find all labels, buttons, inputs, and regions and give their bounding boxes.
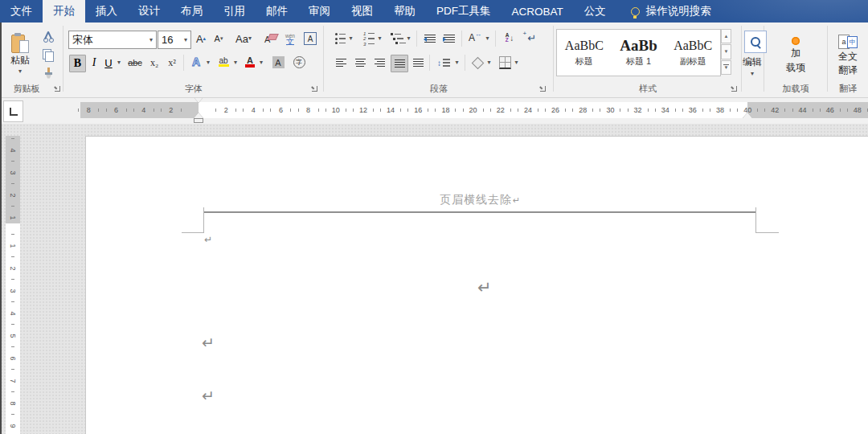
superscript-icon: x² <box>168 57 176 69</box>
underline-button[interactable]: U <box>102 55 115 71</box>
styles-dialog-launcher-icon[interactable] <box>730 84 738 92</box>
font-color-dropdown[interactable]: ▾ <box>257 55 265 71</box>
styles-scroll-up-button[interactable]: ▲ <box>721 29 731 43</box>
shading-dropdown[interactable]: ▾ <box>485 55 493 71</box>
editing-dropdown-arrow[interactable]: ▾ <box>742 71 763 77</box>
text-highlight-dropdown[interactable]: ▾ <box>231 55 240 71</box>
document-page[interactable]: 页眉横线去除↵ ↵ ↵ ↵ ↵ <box>85 136 868 434</box>
tab-stop-selector[interactable] <box>3 100 23 122</box>
paragraph-group: ▾ 1 2 3 ▾ ▾ <box>325 23 553 97</box>
style-label: 标题 1 <box>626 55 651 68</box>
phonetic-guide-button[interactable]: wén 文 <box>281 29 299 48</box>
ribbon-tab[interactable]: 审阅 <box>298 0 341 23</box>
ribbon-tab[interactable]: 邮件 <box>256 0 298 23</box>
numbering-dropdown[interactable]: ▾ <box>376 31 383 47</box>
font-color-button[interactable]: A <box>243 53 257 71</box>
ribbon-tab[interactable]: 视图 <box>341 0 383 23</box>
horizontal-ruler-band[interactable]: 8642246810121416182022242628303234363840… <box>80 102 868 118</box>
ribbon-tab[interactable]: 插入 <box>85 0 128 23</box>
borders-button[interactable] <box>497 55 513 71</box>
ribbon-tab[interactable]: 引用 <box>213 0 256 23</box>
superscript-button[interactable]: x² <box>164 55 180 71</box>
clipboard-group-label: 剪贴板 <box>2 83 51 95</box>
asian-layout-button[interactable]: A ↔ <box>466 29 484 47</box>
ribbon-tab[interactable]: PDF工具集 <box>426 0 502 23</box>
italic-button[interactable]: I <box>88 55 100 71</box>
line-spacing-button[interactable]: ↕ <box>434 55 453 71</box>
style-item[interactable]: AaBbC 副标题 <box>665 30 720 76</box>
ribbon-tab[interactable]: 设计 <box>128 0 170 23</box>
ruler-mark: 18 <box>435 102 456 118</box>
ribbon-tab[interactable]: 公文 <box>574 0 616 23</box>
font-size-combo[interactable]: 16 ▾ <box>158 31 191 49</box>
asian-layout-dropdown[interactable]: ▾ <box>484 31 491 47</box>
align-right-button[interactable] <box>371 55 387 71</box>
change-case-button[interactable]: Aa▾ <box>231 30 256 47</box>
bullets-button[interactable] <box>333 31 347 47</box>
grow-font-button[interactable]: A▴ <box>193 30 209 47</box>
dropdown-arrow-icon: ▾ <box>234 59 237 66</box>
enclose-characters-button[interactable]: 字 <box>291 54 307 71</box>
shading-button[interactable] <box>469 55 485 71</box>
left-indent-marker[interactable] <box>194 118 203 123</box>
strikethrough-button[interactable]: abc <box>125 55 145 71</box>
styles-scroll-down-button[interactable]: ▼ <box>721 44 731 59</box>
group-separator <box>553 26 554 92</box>
style-item[interactable]: AaBbC 标题 <box>557 30 612 76</box>
translate-button[interactable]: a 中 全文 翻译 <box>829 29 866 82</box>
character-shading-button[interactable]: A <box>270 54 286 71</box>
ribbon-tab-label: 审阅 <box>309 4 330 18</box>
addins-button[interactable]: 加 载项 <box>776 29 816 82</box>
style-item[interactable]: AaBb 标题 1 <box>612 30 666 76</box>
ribbon-tab[interactable]: 布局 <box>170 0 213 23</box>
sort-button[interactable]: AZ ↓ <box>500 29 519 47</box>
ribbon-tab[interactable]: 文件 <box>0 0 43 23</box>
paste-button[interactable]: 粘贴 ▾ <box>3 28 37 80</box>
align-left-button[interactable] <box>333 55 349 71</box>
font-name-combo[interactable]: 宋体 ▾ <box>68 31 157 49</box>
align-center-button[interactable] <box>352 55 368 71</box>
addins-button-line2: 载项 <box>786 62 805 74</box>
vertical-ruler-band[interactable]: 4321123456789 <box>6 136 20 434</box>
ribbon-tab[interactable]: ACROBAT <box>502 0 574 23</box>
distribute-button[interactable] <box>410 55 426 71</box>
justify-button[interactable] <box>391 55 408 72</box>
editing-button[interactable] <box>744 31 767 53</box>
paragraph-dialog-launcher-icon[interactable] <box>538 84 547 92</box>
clear-formatting-button[interactable]: A <box>262 30 280 47</box>
text-effects-button[interactable]: A <box>188 53 204 71</box>
ribbon-tab[interactable]: 帮助 <box>383 0 426 23</box>
underline-dropdown[interactable]: ▾ <box>115 55 123 71</box>
hanging-indent-marker[interactable] <box>194 113 203 118</box>
first-line-indent-marker[interactable] <box>194 97 203 103</box>
combo-arrow-icon: ▾ <box>149 36 153 43</box>
line-spacing-dropdown[interactable]: ▾ <box>453 55 461 71</box>
borders-dropdown[interactable]: ▾ <box>513 55 520 71</box>
ruler-tick <box>11 138 14 139</box>
numbering-button[interactable]: 1 2 3 <box>362 31 376 47</box>
bold-button[interactable]: B <box>69 55 86 72</box>
cut-button[interactable] <box>39 30 58 44</box>
ribbon-tab[interactable]: 开始 <box>43 0 85 23</box>
tell-me-search[interactable]: 操作说明搜索 <box>631 0 711 23</box>
right-indent-marker[interactable] <box>743 113 752 118</box>
multilevel-dropdown[interactable]: ▾ <box>405 31 412 47</box>
subscript-button[interactable]: x₂ <box>146 55 162 71</box>
format-painter-button[interactable] <box>39 66 58 80</box>
text-effects-dropdown[interactable]: ▾ <box>204 55 212 71</box>
shrink-font-button[interactable]: A▾ <box>211 30 227 47</box>
increase-indent-button[interactable] <box>440 31 458 47</box>
clipboard-dialog-launcher-icon[interactable] <box>53 84 61 92</box>
bullets-dropdown[interactable]: ▾ <box>347 31 354 47</box>
text-highlight-button[interactable]: ab <box>215 53 231 71</box>
translate-group: a 中 全文 翻译 翻译 <box>828 23 868 97</box>
magnifier-icon <box>751 37 761 47</box>
character-border-button[interactable]: A <box>302 30 318 47</box>
font-dialog-launcher-icon[interactable] <box>310 84 318 92</box>
ruler-mark: 4 <box>243 102 264 118</box>
copy-button[interactable] <box>39 47 58 62</box>
styles-more-button[interactable]: ▼ <box>721 60 731 75</box>
multilevel-list-button[interactable] <box>391 31 405 47</box>
show-hide-marks-button[interactable]: +↵ <box>522 29 542 47</box>
decrease-indent-button[interactable] <box>421 31 439 47</box>
